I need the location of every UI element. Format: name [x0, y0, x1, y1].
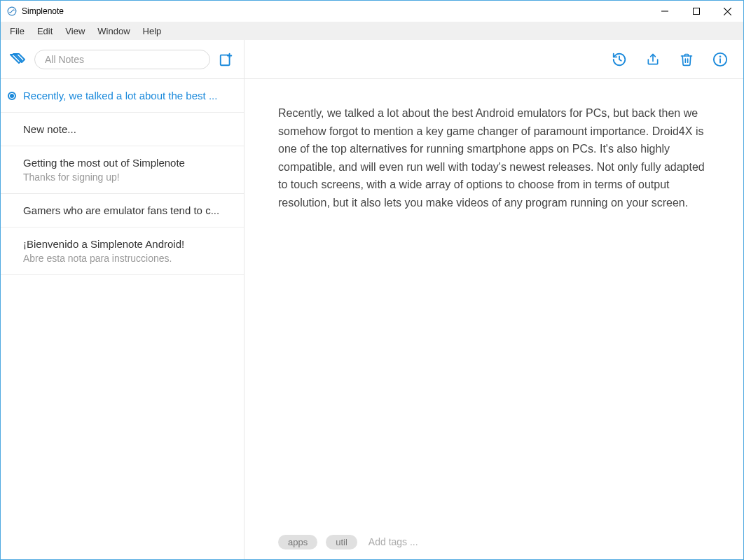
tags-icon[interactable]	[9, 50, 27, 69]
note-preview: Abre esta nota para instrucciones.	[23, 253, 231, 264]
svg-rect-1	[693, 8, 699, 15]
svg-rect-2	[221, 55, 230, 65]
svg-point-6	[720, 56, 721, 57]
note-item[interactable]: Getting the most out of Simplenote Thank…	[1, 146, 244, 194]
share-icon[interactable]	[644, 50, 662, 69]
note-title: Getting the most out of Simplenote	[23, 157, 231, 169]
note-preview: Thanks for signing up!	[23, 172, 231, 183]
note-editor[interactable]: Recently, we talked a lot about the best…	[244, 79, 743, 524]
note-title: Gamers who are emulator fans tend to c..…	[23, 204, 231, 216]
app-icon	[6, 6, 18, 17]
menubar: File Edit View Window Help	[1, 22, 743, 40]
unsynced-indicator-icon	[8, 92, 16, 100]
main-pane: Recently, we talked a lot about the best…	[244, 40, 743, 559]
menu-help[interactable]: Help	[137, 23, 168, 39]
window-title: Simplenote	[22, 6, 64, 16]
note-title: Recently, we talked a lot about the best…	[23, 90, 231, 102]
sidebar: All Notes Recently, we talked a lot abou…	[1, 40, 244, 559]
menu-edit[interactable]: Edit	[31, 23, 59, 39]
note-item[interactable]: New note...	[1, 113, 244, 146]
menu-file[interactable]: File	[4, 23, 31, 39]
new-note-button[interactable]	[217, 50, 235, 69]
trash-icon[interactable]	[677, 50, 696, 69]
search-input[interactable]: All Notes	[34, 50, 210, 69]
note-item[interactable]: Gamers who are emulator fans tend to c..…	[1, 194, 244, 227]
window-close-button[interactable]	[712, 1, 743, 22]
note-title: New note...	[23, 123, 231, 135]
note-item[interactable]: ¡Bienvenido a Simplenote Android! Abre e…	[1, 227, 244, 275]
history-icon[interactable]	[610, 50, 628, 69]
menu-window[interactable]: Window	[91, 23, 136, 39]
add-tag-input[interactable]: Add tags ...	[366, 536, 418, 547]
window-titlebar: Simplenote	[1, 1, 743, 22]
tag-chip[interactable]: apps	[278, 535, 317, 550]
menu-view[interactable]: View	[59, 23, 91, 39]
note-item[interactable]: Recently, we talked a lot about the best…	[1, 79, 244, 113]
window-maximize-button[interactable]	[680, 1, 712, 22]
note-title: ¡Bienvenido a Simplenote Android!	[23, 238, 231, 250]
sidebar-toolbar: All Notes	[1, 40, 244, 79]
note-list: Recently, we talked a lot about the best…	[1, 79, 244, 559]
editor-toolbar	[244, 40, 743, 79]
window-minimize-button[interactable]	[649, 1, 680, 22]
search-placeholder: All Notes	[45, 54, 84, 65]
tag-chip[interactable]: util	[326, 535, 357, 550]
info-icon[interactable]	[711, 50, 729, 69]
tag-bar: apps util Add tags ...	[244, 524, 743, 559]
note-content: Recently, we talked a lot about the best…	[278, 104, 710, 212]
